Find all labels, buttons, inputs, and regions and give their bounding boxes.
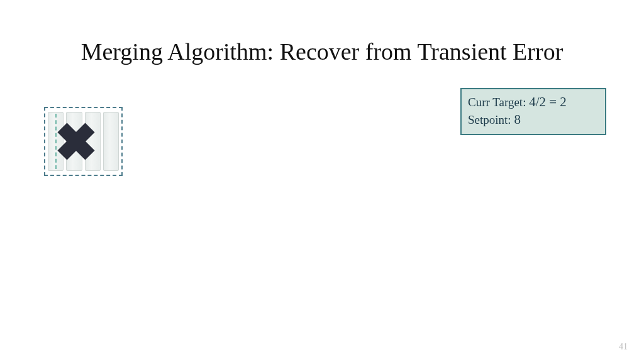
setpoint-line: Setpoint: 8 [468,111,599,128]
partition-bar [85,112,101,171]
slide: Merging Algorithm: Recover from Transien… [0,0,644,362]
partition-bar [48,112,64,171]
setpoint-label: Setpoint: [468,113,511,126]
curr-target-value: 4/2 = 2 [529,94,567,109]
partition-bar [103,112,119,171]
curr-target-label: Curr Target: [468,96,526,109]
page-number: 41 [619,342,628,352]
slide-title: Merging Algorithm: Recover from Transien… [0,38,644,65]
status-box: Curr Target: 4/2 = 2 Setpoint: 8 [460,88,606,135]
curr-target-line: Curr Target: 4/2 = 2 [468,93,599,111]
node-box [44,107,123,176]
setpoint-value: 8 [514,112,521,127]
partition-bar [66,112,82,171]
